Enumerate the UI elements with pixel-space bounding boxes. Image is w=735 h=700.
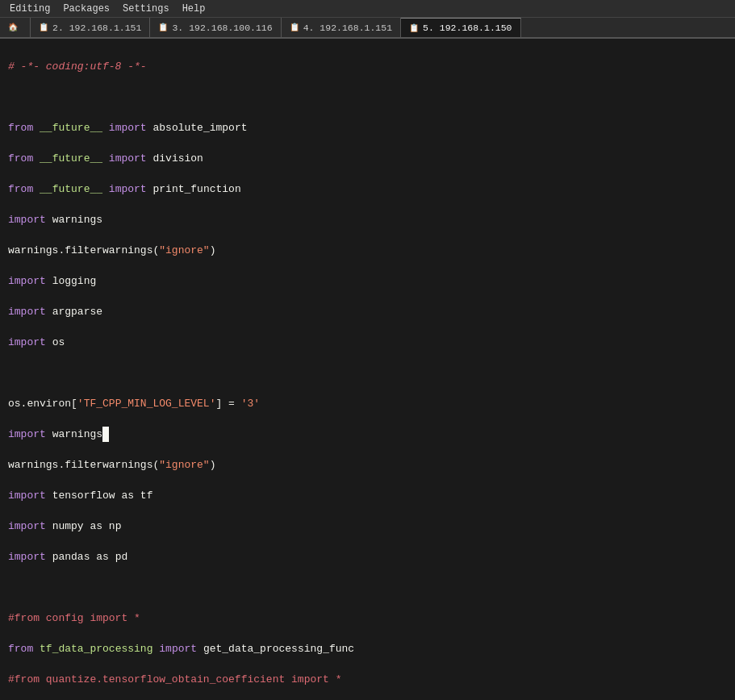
code-line-21: #from quantize.tensorflow_obtain_coeffic… (8, 672, 727, 687)
code-line-11 (8, 365, 727, 381)
tab-3-label: 3. 192.168.100.116 (172, 23, 272, 33)
code-line-6: import warnings (8, 212, 727, 227)
code-line-19: #from config import * (8, 610, 727, 626)
tab-2-icon: 📋 (39, 23, 48, 32)
tab-5[interactable]: 📋 5. 192.168.1.150 (401, 18, 520, 37)
code-line-18 (8, 580, 727, 595)
code-line-4: from __future__ import division (8, 151, 727, 166)
code-line-5: from __future__ import print_function (8, 181, 727, 197)
code-line-12: os.environ['TF_CPP_MIN_LOG_LEVEL'] = '3' (8, 396, 727, 411)
tab-home[interactable]: 🏠 (0, 18, 31, 37)
code-line-9: import argparse (8, 304, 727, 319)
code-line-7: warnings.filterwarnings("ignore") (8, 243, 727, 258)
code-line-13: import warnings (8, 427, 727, 442)
menu-editing[interactable]: Editing (3, 0, 56, 17)
menu-packages[interactable]: Packages (56, 0, 116, 17)
tab-3[interactable]: 📋 3. 192.168.100.116 (150, 18, 281, 37)
code-line-14: warnings.filterwarnings("ignore") (8, 457, 727, 473)
tab-2[interactable]: 📋 2. 192.168.1.151 (31, 18, 150, 37)
code-line-1: # -*- coding:utf-8 -*- (8, 59, 727, 74)
tab-4-label: 4. 192.168.1.151 (303, 23, 392, 33)
tab-4[interactable]: 📋 4. 192.168.1.151 (282, 18, 401, 37)
tab-2-label: 2. 192.168.1.151 (52, 23, 141, 33)
menu-help[interactable]: Help (176, 0, 212, 17)
tab-5-label: 5. 192.168.1.150 (423, 23, 512, 33)
code-line-10: import os (8, 335, 727, 350)
home-icon: 🏠 (8, 23, 18, 32)
menu-settings[interactable]: Settings (116, 0, 176, 17)
code-editor[interactable]: # -*- coding:utf-8 -*- from __future__ i… (0, 39, 735, 700)
tab-5-icon: 📋 (409, 23, 419, 33)
code-line-2 (8, 90, 727, 105)
tab-4-icon: 📋 (290, 23, 299, 32)
code-line-16: import numpy as np (8, 519, 727, 534)
code-line-15: import tensorflow as tf (8, 488, 727, 503)
menu-bar: Editing Packages Settings Help (0, 0, 735, 18)
code-line-3: from __future__ import absolute_import (8, 120, 727, 135)
code-line-8: import logging (8, 273, 727, 289)
code-line-17: import pandas as pd (8, 549, 727, 565)
code-line-20: from tf_data_processing import get_data_… (8, 641, 727, 656)
tabs-bar: 🏠 📋 2. 192.168.1.151 📋 3. 192.168.100.11… (0, 18, 735, 39)
tab-3-icon: 📋 (158, 23, 168, 32)
